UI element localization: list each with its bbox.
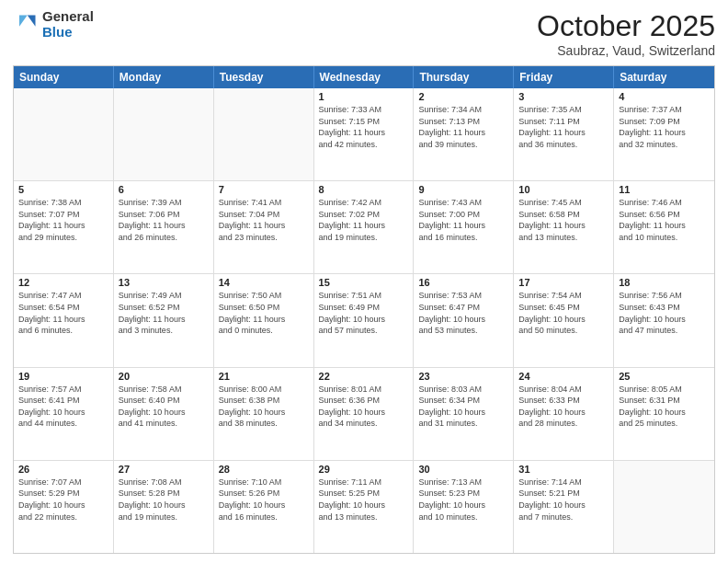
calendar-cell: 9Sunrise: 7:43 AM Sunset: 7:00 PM Daylig…: [414, 181, 514, 273]
weekday-header: Saturday: [614, 66, 714, 88]
calendar-cell: 2Sunrise: 7:34 AM Sunset: 7:13 PM Daylig…: [414, 88, 514, 180]
day-info: Sunrise: 7:42 AM Sunset: 7:02 PM Dayligh…: [319, 197, 409, 243]
day-number: 7: [219, 184, 309, 195]
calendar-cell: 26Sunrise: 7:07 AM Sunset: 5:29 PM Dayli…: [14, 461, 114, 553]
day-number: 21: [219, 371, 309, 382]
logo-icon: [13, 12, 39, 38]
day-number: 8: [319, 184, 409, 195]
calendar-cell: 14Sunrise: 7:50 AM Sunset: 6:50 PM Dayli…: [214, 274, 314, 366]
day-info: Sunrise: 7:50 AM Sunset: 6:50 PM Dayligh…: [219, 290, 309, 336]
calendar-cell: 21Sunrise: 8:00 AM Sunset: 6:38 PM Dayli…: [214, 368, 314, 460]
day-number: 5: [18, 184, 108, 195]
calendar-cell: 12Sunrise: 7:47 AM Sunset: 6:54 PM Dayli…: [14, 274, 114, 366]
calendar-cell: 23Sunrise: 8:03 AM Sunset: 6:34 PM Dayli…: [414, 368, 514, 460]
calendar-cell: [14, 88, 114, 180]
calendar-row: 1Sunrise: 7:33 AM Sunset: 7:15 PM Daylig…: [14, 88, 714, 181]
day-info: Sunrise: 7:07 AM Sunset: 5:29 PM Dayligh…: [18, 477, 108, 523]
calendar-cell: 7Sunrise: 7:41 AM Sunset: 7:04 PM Daylig…: [214, 181, 314, 273]
day-number: 3: [518, 91, 609, 102]
day-info: Sunrise: 7:37 AM Sunset: 7:09 PM Dayligh…: [619, 104, 710, 150]
calendar-cell: 20Sunrise: 7:58 AM Sunset: 6:40 PM Dayli…: [114, 368, 214, 460]
day-number: 9: [418, 184, 508, 195]
calendar-cell: 5Sunrise: 7:38 AM Sunset: 7:07 PM Daylig…: [14, 181, 114, 273]
day-info: Sunrise: 7:47 AM Sunset: 6:54 PM Dayligh…: [18, 290, 108, 336]
calendar-cell: 17Sunrise: 7:54 AM Sunset: 6:45 PM Dayli…: [514, 274, 614, 366]
weekday-header: Tuesday: [214, 66, 314, 88]
day-info: Sunrise: 7:58 AM Sunset: 6:40 PM Dayligh…: [119, 384, 209, 430]
calendar-cell: [214, 88, 314, 180]
day-number: 1: [319, 91, 409, 102]
calendar-cell: 24Sunrise: 8:04 AM Sunset: 6:33 PM Dayli…: [514, 368, 614, 460]
calendar-cell: 15Sunrise: 7:51 AM Sunset: 6:49 PM Dayli…: [314, 274, 415, 366]
calendar-cell: 6Sunrise: 7:39 AM Sunset: 7:06 PM Daylig…: [114, 181, 214, 273]
day-number: 15: [319, 277, 409, 288]
day-info: Sunrise: 7:38 AM Sunset: 7:07 PM Dayligh…: [18, 197, 108, 243]
calendar-cell: 18Sunrise: 7:56 AM Sunset: 6:43 PM Dayli…: [614, 274, 714, 366]
calendar-cell: [114, 88, 214, 180]
month-title: October 2025: [537, 9, 715, 43]
title-block: October 2025 Saubraz, Vaud, Switzerland: [537, 9, 715, 58]
day-info: Sunrise: 8:03 AM Sunset: 6:34 PM Dayligh…: [418, 384, 508, 430]
day-number: 19: [18, 371, 108, 382]
day-info: Sunrise: 8:01 AM Sunset: 6:36 PM Dayligh…: [319, 384, 409, 430]
calendar-row: 12Sunrise: 7:47 AM Sunset: 6:54 PM Dayli…: [14, 274, 714, 367]
svg-marker-0: [28, 15, 36, 26]
day-info: Sunrise: 7:33 AM Sunset: 7:15 PM Dayligh…: [319, 104, 409, 150]
day-info: Sunrise: 7:14 AM Sunset: 5:21 PM Dayligh…: [518, 477, 609, 523]
day-number: 20: [119, 371, 209, 382]
day-number: 4: [619, 91, 710, 102]
day-info: Sunrise: 7:56 AM Sunset: 6:43 PM Dayligh…: [619, 290, 710, 336]
calendar-cell: 1Sunrise: 7:33 AM Sunset: 7:15 PM Daylig…: [314, 88, 415, 180]
day-info: Sunrise: 7:49 AM Sunset: 6:52 PM Dayligh…: [119, 290, 209, 336]
day-info: Sunrise: 7:35 AM Sunset: 7:11 PM Dayligh…: [518, 104, 609, 150]
weekday-header: Wednesday: [314, 66, 415, 88]
calendar-cell: 25Sunrise: 8:05 AM Sunset: 6:31 PM Dayli…: [614, 368, 714, 460]
day-number: 28: [219, 464, 309, 475]
calendar-cell: [614, 461, 714, 553]
calendar-cell: 13Sunrise: 7:49 AM Sunset: 6:52 PM Dayli…: [114, 274, 214, 366]
logo-text: General Blue: [42, 9, 94, 40]
day-info: Sunrise: 7:45 AM Sunset: 6:58 PM Dayligh…: [518, 197, 609, 243]
day-info: Sunrise: 7:43 AM Sunset: 7:00 PM Dayligh…: [418, 197, 508, 243]
day-number: 11: [619, 184, 710, 195]
day-info: Sunrise: 7:10 AM Sunset: 5:26 PM Dayligh…: [219, 477, 309, 523]
calendar-cell: 11Sunrise: 7:46 AM Sunset: 6:56 PM Dayli…: [614, 181, 714, 273]
day-info: Sunrise: 7:57 AM Sunset: 6:41 PM Dayligh…: [18, 384, 108, 430]
day-number: 14: [219, 277, 309, 288]
calendar-cell: 16Sunrise: 7:53 AM Sunset: 6:47 PM Dayli…: [414, 274, 514, 366]
day-number: 25: [619, 371, 710, 382]
day-info: Sunrise: 7:34 AM Sunset: 7:13 PM Dayligh…: [418, 104, 508, 150]
day-number: 6: [119, 184, 209, 195]
day-number: 27: [119, 464, 209, 475]
calendar: SundayMondayTuesdayWednesdayThursdayFrid…: [13, 65, 715, 554]
calendar-cell: 10Sunrise: 7:45 AM Sunset: 6:58 PM Dayli…: [514, 181, 614, 273]
day-number: 18: [619, 277, 710, 288]
day-number: 23: [418, 371, 508, 382]
calendar-row: 5Sunrise: 7:38 AM Sunset: 7:07 PM Daylig…: [14, 181, 714, 274]
day-number: 29: [319, 464, 409, 475]
day-number: 24: [518, 371, 609, 382]
day-info: Sunrise: 8:00 AM Sunset: 6:38 PM Dayligh…: [219, 384, 309, 430]
logo: General Blue: [13, 9, 94, 40]
calendar-cell: 31Sunrise: 7:14 AM Sunset: 5:21 PM Dayli…: [514, 461, 614, 553]
calendar-cell: 29Sunrise: 7:11 AM Sunset: 5:25 PM Dayli…: [314, 461, 415, 553]
day-number: 2: [418, 91, 508, 102]
day-info: Sunrise: 7:53 AM Sunset: 6:47 PM Dayligh…: [418, 290, 508, 336]
day-info: Sunrise: 8:05 AM Sunset: 6:31 PM Dayligh…: [619, 384, 710, 430]
day-info: Sunrise: 7:13 AM Sunset: 5:23 PM Dayligh…: [418, 477, 508, 523]
calendar-body: 1Sunrise: 7:33 AM Sunset: 7:15 PM Daylig…: [14, 88, 714, 553]
day-number: 31: [518, 464, 609, 475]
calendar-row: 26Sunrise: 7:07 AM Sunset: 5:29 PM Dayli…: [14, 461, 714, 553]
day-info: Sunrise: 8:04 AM Sunset: 6:33 PM Dayligh…: [518, 384, 609, 430]
day-info: Sunrise: 7:11 AM Sunset: 5:25 PM Dayligh…: [319, 477, 409, 523]
calendar-cell: 19Sunrise: 7:57 AM Sunset: 6:41 PM Dayli…: [14, 368, 114, 460]
day-number: 17: [518, 277, 609, 288]
location: Saubraz, Vaud, Switzerland: [537, 43, 715, 58]
svg-marker-1: [19, 15, 28, 26]
weekday-header: Thursday: [414, 66, 514, 88]
weekday-header: Sunday: [14, 66, 114, 88]
day-info: Sunrise: 7:46 AM Sunset: 6:56 PM Dayligh…: [619, 197, 710, 243]
day-info: Sunrise: 7:51 AM Sunset: 6:49 PM Dayligh…: [319, 290, 409, 336]
weekday-header: Monday: [114, 66, 214, 88]
day-info: Sunrise: 7:39 AM Sunset: 7:06 PM Dayligh…: [119, 197, 209, 243]
